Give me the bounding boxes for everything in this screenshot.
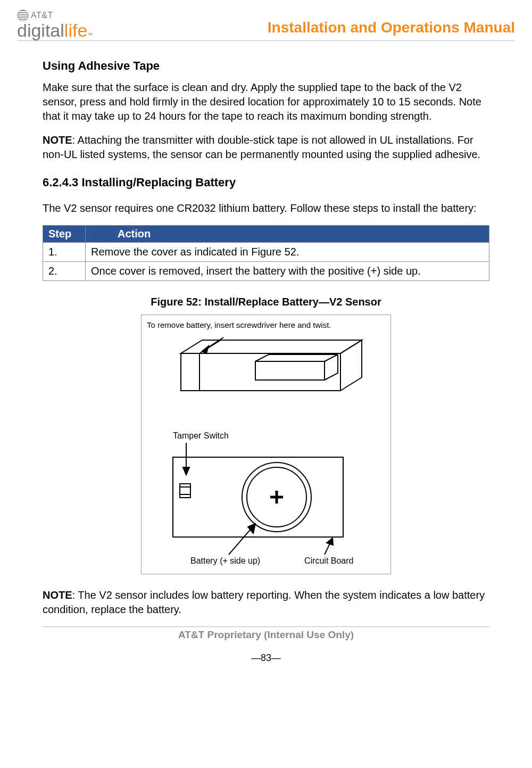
page-content: Using Adhesive Tape Make sure that the s… (17, 44, 515, 617)
table-row: 1. Remove the cover as indicated in Figu… (43, 243, 489, 262)
section-heading-battery: 6.2.4.3 Installing/Replacing Battery (43, 176, 489, 189)
cell-step: 2. (43, 262, 86, 281)
brand-logo: AT&T digitallife™ (17, 10, 93, 39)
svg-marker-4 (183, 467, 189, 475)
globe-icon (17, 10, 29, 21)
note-text: : Attaching the transmitter with double-… (43, 134, 480, 160)
brand-top-row: AT&T (17, 10, 93, 21)
table-row: 2. Once cover is removed, insert the bat… (43, 262, 489, 281)
adhesive-paragraph: Make sure that the surface is clean and … (43, 80, 489, 123)
note-label: NOTE (43, 134, 72, 146)
brand-att-text: AT&T (31, 11, 53, 20)
page-number: —83— (17, 653, 515, 664)
svg-rect-5 (173, 457, 343, 537)
svg-marker-16 (327, 538, 333, 545)
steps-table: Step Action 1. Remove the cover as indic… (43, 225, 489, 281)
figure-top-instruction: To remove battery, insert screwdriver he… (147, 320, 385, 330)
svg-rect-6 (180, 484, 190, 498)
th-action: Action (86, 226, 489, 243)
figure-caption: Figure 52: Install/Replace Battery—V2 Se… (43, 296, 489, 308)
label-battery: Battery (+ side up) (190, 556, 260, 565)
brand-digital: digital (17, 21, 64, 39)
svg-rect-0 (255, 361, 325, 380)
battery-diagram-icon: Tamper Switch (149, 332, 383, 566)
cell-step: 1. (43, 243, 86, 262)
trademark-symbol: ™ (87, 32, 93, 38)
brand-life: life (64, 21, 87, 39)
brand-main-row: digitallife™ (17, 21, 93, 39)
note-text-2: : The V2 sensor includes low battery rep… (43, 589, 485, 615)
footer-divider (43, 626, 489, 627)
label-circuit-board: Circuit Board (304, 556, 353, 565)
page-header: AT&T digitallife™ Installation and Opera… (17, 10, 515, 41)
cell-action: Once cover is removed, insert the batter… (86, 262, 489, 281)
note-label-2: NOTE (43, 589, 72, 601)
footer-proprietary: AT&T Proprietary (Internal Use Only) (17, 629, 515, 641)
document-title: Installation and Operations Manual (268, 19, 515, 39)
battery-intro: The V2 sensor requires one CR2032 lithiu… (43, 201, 489, 216)
figure-52: To remove battery, insert screwdriver he… (141, 315, 391, 574)
th-step: Step (43, 226, 86, 243)
battery-note: NOTE: The V2 sensor includes low battery… (43, 588, 489, 617)
svg-marker-2 (202, 346, 209, 353)
cell-action: Remove the cover as indicated in Figure … (86, 243, 489, 262)
adhesive-note: NOTE: Attaching the transmitter with dou… (43, 133, 489, 162)
label-tamper: Tamper Switch (173, 431, 229, 440)
section-heading-adhesive: Using Adhesive Tape (43, 59, 489, 73)
